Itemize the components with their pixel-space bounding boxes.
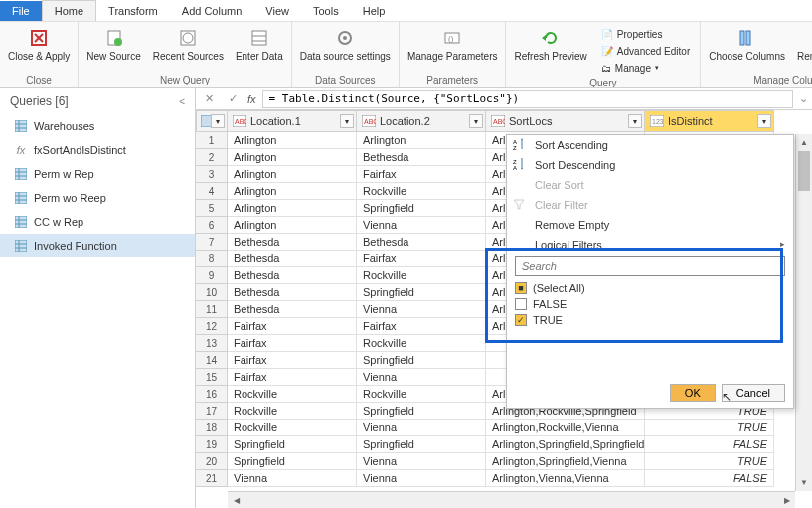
close-apply-button[interactable]: Close & Apply bbox=[4, 24, 74, 75]
data-type-icon[interactable]: ABC bbox=[490, 114, 506, 128]
data-cell[interactable]: Bethesda bbox=[228, 267, 357, 284]
logical-filters-item[interactable]: Logical Filters bbox=[507, 235, 793, 254]
filter-dropdown-icon[interactable]: ▾ bbox=[628, 114, 642, 128]
filter-dropdown-icon[interactable]: ▾ bbox=[757, 114, 771, 128]
select-all-checkbox[interactable]: ■(Select All) bbox=[515, 280, 785, 296]
data-cell[interactable]: Bethesda bbox=[357, 149, 486, 166]
tab-file[interactable]: File bbox=[0, 1, 42, 21]
row-number[interactable]: 20 bbox=[196, 453, 228, 470]
row-number[interactable]: 18 bbox=[196, 420, 228, 436]
ok-button[interactable]: OK bbox=[670, 384, 716, 402]
filter-search-input[interactable] bbox=[515, 256, 785, 276]
advanced-editor-button[interactable]: 📝Advanced Editor bbox=[601, 43, 690, 59]
row-number[interactable]: 10 bbox=[196, 284, 228, 301]
data-cell[interactable]: Springfield bbox=[357, 284, 486, 301]
data-cell[interactable]: Vienna bbox=[228, 470, 357, 487]
false-checkbox[interactable]: FALSE bbox=[515, 296, 785, 312]
data-type-icon[interactable]: 123 bbox=[649, 114, 665, 128]
properties-button[interactable]: 📄Properties bbox=[601, 26, 690, 42]
data-cell[interactable]: Rockville bbox=[228, 420, 357, 436]
scroll-up-icon[interactable]: ▲ bbox=[796, 134, 812, 151]
select-all-cell[interactable]: ▾ bbox=[196, 110, 228, 132]
data-cell[interactable]: Arlington bbox=[228, 183, 357, 200]
manage-parameters-button[interactable]: ()Manage Parameters bbox=[404, 24, 502, 75]
data-type-icon[interactable]: ABC bbox=[361, 114, 377, 128]
dropdown-icon[interactable]: ▾ bbox=[211, 114, 225, 128]
row-number[interactable]: 1 bbox=[196, 132, 228, 149]
data-cell[interactable]: Fairfax bbox=[357, 318, 486, 335]
data-source-settings-button[interactable]: Data source settings bbox=[296, 24, 395, 75]
data-cell[interactable]: Arlington,Rockville,Vienna bbox=[486, 420, 645, 436]
formula-input[interactable] bbox=[262, 90, 793, 108]
filter-dropdown-icon[interactable]: ▾ bbox=[340, 114, 354, 128]
data-cell[interactable]: Arlington bbox=[357, 132, 486, 149]
data-cell[interactable]: Springfield bbox=[357, 200, 486, 217]
row-number[interactable]: 11 bbox=[196, 301, 228, 318]
data-cell[interactable]: Fairfax bbox=[357, 166, 486, 183]
cancel-formula-icon[interactable]: ✕ bbox=[200, 90, 218, 108]
expand-formula-icon[interactable]: ⌄ bbox=[799, 92, 808, 105]
row-number[interactable]: 17 bbox=[196, 403, 228, 420]
query-item[interactable]: CC w Rep bbox=[0, 210, 195, 234]
query-item[interactable]: Warehouses bbox=[0, 114, 195, 138]
scroll-down-icon[interactable]: ▼ bbox=[796, 474, 812, 491]
tab-home[interactable]: Home bbox=[42, 0, 96, 21]
sort-ascending-item[interactable]: AZSort Ascending bbox=[507, 135, 793, 155]
data-cell[interactable]: Arlington bbox=[228, 149, 357, 166]
data-cell[interactable]: Vienna bbox=[357, 453, 486, 470]
new-source-button[interactable]: New Source bbox=[82, 24, 144, 75]
tab-view[interactable]: View bbox=[253, 1, 301, 21]
data-cell[interactable]: Bethesda bbox=[228, 284, 357, 301]
row-number[interactable]: 8 bbox=[196, 251, 228, 267]
data-cell[interactable]: Springfield bbox=[228, 436, 357, 453]
query-item[interactable]: Perm wo Reep bbox=[0, 186, 195, 210]
row-number[interactable]: 12 bbox=[196, 318, 228, 335]
data-cell[interactable]: Vienna bbox=[357, 420, 486, 436]
data-type-icon[interactable]: ABC bbox=[232, 114, 247, 128]
data-cell[interactable]: Springfield bbox=[357, 403, 486, 420]
row-number[interactable]: 3 bbox=[196, 166, 228, 183]
row-number[interactable]: 5 bbox=[196, 200, 228, 217]
data-cell[interactable]: Fairfax bbox=[228, 369, 357, 386]
data-cell[interactable]: Rockville bbox=[357, 183, 486, 200]
data-cell[interactable]: Arlington bbox=[228, 132, 357, 149]
data-cell[interactable]: Fairfax bbox=[228, 352, 357, 369]
column-header[interactable]: ABCLocation.1▾ bbox=[228, 110, 357, 132]
scroll-thumb[interactable] bbox=[798, 151, 810, 191]
row-number[interactable]: 4 bbox=[196, 183, 228, 200]
data-cell[interactable]: Rockville bbox=[228, 403, 357, 420]
sort-descending-item[interactable]: ZASort Descending bbox=[507, 155, 793, 175]
refresh-preview-button[interactable]: Refresh Preview bbox=[510, 24, 590, 78]
row-number[interactable]: 21 bbox=[196, 470, 228, 487]
data-cell[interactable]: Rockville bbox=[357, 267, 486, 284]
remove-empty-item[interactable]: Remove Empty bbox=[507, 215, 793, 235]
tab-transform[interactable]: Transform bbox=[96, 1, 170, 21]
filter-dropdown-icon[interactable]: ▾ bbox=[469, 114, 483, 128]
query-item[interactable]: Perm w Rep bbox=[0, 162, 195, 186]
data-cell[interactable]: Rockville bbox=[357, 386, 486, 403]
data-cell[interactable]: Arlington,Springfield,Springfield bbox=[486, 436, 645, 453]
row-number[interactable]: 9 bbox=[196, 267, 228, 284]
row-number[interactable]: 16 bbox=[196, 386, 228, 403]
data-cell[interactable]: Bethesda bbox=[228, 234, 357, 251]
horizontal-scrollbar[interactable]: ◀ ▶ bbox=[228, 491, 795, 508]
row-number[interactable]: 7 bbox=[196, 234, 228, 251]
data-cell[interactable]: TRUE bbox=[645, 420, 774, 436]
scroll-left-icon[interactable]: ◀ bbox=[228, 496, 244, 505]
tab-help[interactable]: Help bbox=[351, 1, 398, 21]
tab-add-column[interactable]: Add Column bbox=[170, 1, 254, 21]
data-cell[interactable]: Vienna bbox=[357, 301, 486, 318]
data-cell[interactable]: Rockville bbox=[357, 335, 486, 352]
data-cell[interactable]: Bethesda bbox=[228, 251, 357, 267]
choose-columns-button[interactable]: Choose Columns bbox=[705, 24, 789, 75]
column-header[interactable]: ABCLocation.2▾ bbox=[357, 110, 486, 132]
row-number[interactable]: 19 bbox=[196, 436, 228, 453]
row-number[interactable]: 15 bbox=[196, 369, 228, 386]
tab-tools[interactable]: Tools bbox=[301, 1, 351, 21]
manage-button[interactable]: 🗂Manage▾ bbox=[601, 60, 690, 76]
data-cell[interactable]: Fairfax bbox=[228, 335, 357, 352]
row-number[interactable]: 13 bbox=[196, 335, 228, 352]
data-cell[interactable]: Vienna bbox=[357, 470, 486, 487]
column-header[interactable]: 123IsDistinct▾ bbox=[645, 110, 774, 132]
data-cell[interactable]: Bethesda bbox=[228, 301, 357, 318]
